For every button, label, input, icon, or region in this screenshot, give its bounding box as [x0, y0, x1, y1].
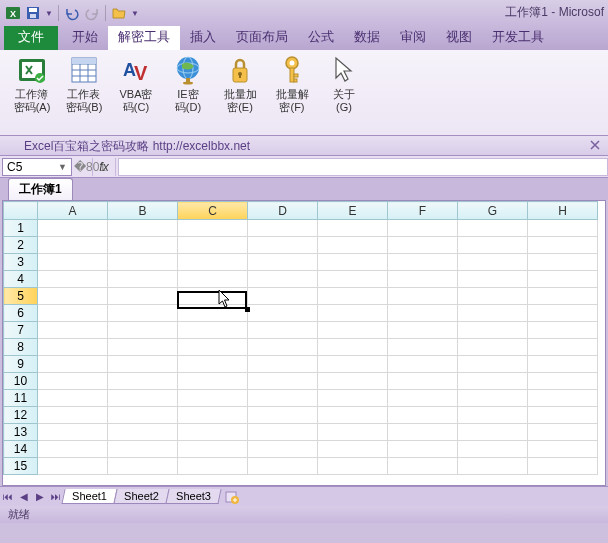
sheet-nav-first-icon[interactable]: ⏮ [0, 489, 16, 505]
ie-password-button[interactable]: IE密码(D) [166, 54, 210, 114]
cell[interactable] [108, 458, 178, 475]
cell[interactable] [108, 407, 178, 424]
cell[interactable] [528, 339, 598, 356]
cell[interactable] [458, 373, 528, 390]
cell[interactable] [318, 424, 388, 441]
tab-insert[interactable]: 插入 [180, 24, 226, 50]
cell[interactable] [178, 305, 248, 322]
row-header[interactable]: 13 [4, 424, 38, 441]
cell[interactable] [248, 390, 318, 407]
cell[interactable] [108, 339, 178, 356]
excel-icon[interactable]: X [4, 4, 22, 22]
column-header[interactable]: A [38, 202, 108, 220]
cell[interactable] [528, 288, 598, 305]
cell[interactable] [248, 424, 318, 441]
cell[interactable] [38, 458, 108, 475]
cell[interactable] [38, 271, 108, 288]
row-header[interactable]: 7 [4, 322, 38, 339]
cell[interactable] [388, 441, 458, 458]
cell[interactable] [178, 271, 248, 288]
row-header[interactable]: 14 [4, 441, 38, 458]
cell[interactable] [388, 373, 458, 390]
cell[interactable] [528, 373, 598, 390]
cell[interactable] [318, 441, 388, 458]
cell[interactable] [318, 356, 388, 373]
name-box-dropdown-icon[interactable]: ▼ [58, 162, 67, 172]
save-icon[interactable] [24, 4, 42, 22]
formula-input[interactable] [118, 158, 608, 176]
cell[interactable] [388, 254, 458, 271]
row-header[interactable]: 10 [4, 373, 38, 390]
cell[interactable] [38, 373, 108, 390]
cell[interactable] [458, 441, 528, 458]
cell[interactable] [458, 305, 528, 322]
tab-view[interactable]: 视图 [436, 24, 482, 50]
cell[interactable] [108, 305, 178, 322]
spreadsheet-grid[interactable]: ABCDEFGH123456789101112131415 [2, 200, 606, 486]
cell[interactable] [178, 288, 248, 305]
row-header[interactable]: 8 [4, 339, 38, 356]
cell[interactable] [458, 271, 528, 288]
cell[interactable] [388, 458, 458, 475]
column-header[interactable]: B [108, 202, 178, 220]
cell[interactable] [248, 288, 318, 305]
cell[interactable] [248, 220, 318, 237]
cell[interactable] [528, 356, 598, 373]
qat-dropdown-icon[interactable]: ▼ [44, 4, 54, 22]
row-header[interactable]: 15 [4, 458, 38, 475]
cell[interactable] [248, 458, 318, 475]
cell[interactable] [38, 237, 108, 254]
cell[interactable] [528, 237, 598, 254]
cell[interactable] [178, 390, 248, 407]
cell[interactable] [38, 424, 108, 441]
tab-data[interactable]: 数据 [344, 24, 390, 50]
row-header[interactable]: 11 [4, 390, 38, 407]
cell[interactable] [248, 322, 318, 339]
cell[interactable] [458, 407, 528, 424]
cell[interactable] [178, 407, 248, 424]
cell[interactable] [318, 390, 388, 407]
cell[interactable] [108, 424, 178, 441]
cell[interactable] [318, 271, 388, 288]
qat-customize-icon[interactable]: ▼ [130, 4, 140, 22]
cell[interactable] [248, 356, 318, 373]
cell[interactable] [458, 237, 528, 254]
cell[interactable] [38, 220, 108, 237]
cell[interactable] [108, 288, 178, 305]
cell[interactable] [248, 237, 318, 254]
cell[interactable] [248, 305, 318, 322]
cell[interactable] [388, 339, 458, 356]
redo-icon[interactable] [83, 4, 101, 22]
column-header[interactable]: C [178, 202, 248, 220]
fx-button[interactable]: fx [92, 158, 116, 176]
cell[interactable] [108, 373, 178, 390]
row-header[interactable]: 2 [4, 237, 38, 254]
cell[interactable] [458, 288, 528, 305]
undo-icon[interactable] [63, 4, 81, 22]
cell[interactable] [178, 339, 248, 356]
cell[interactable] [108, 322, 178, 339]
cell[interactable] [528, 220, 598, 237]
cell[interactable] [458, 339, 528, 356]
cell[interactable] [178, 441, 248, 458]
sheet-nav-next-icon[interactable]: ▶ [32, 489, 48, 505]
batch-decrypt-button[interactable]: 批量解密(F) [270, 54, 314, 114]
new-sheet-icon[interactable] [224, 489, 240, 505]
cell[interactable] [318, 254, 388, 271]
cell[interactable] [108, 390, 178, 407]
cell[interactable] [248, 339, 318, 356]
row-header[interactable]: 6 [4, 305, 38, 322]
cell[interactable] [178, 424, 248, 441]
cell[interactable] [388, 288, 458, 305]
row-header[interactable]: 5 [4, 288, 38, 305]
tab-page-layout[interactable]: 页面布局 [226, 24, 298, 50]
file-tab[interactable]: 文件 [4, 24, 58, 50]
cell[interactable] [318, 322, 388, 339]
cell[interactable] [38, 322, 108, 339]
cell[interactable] [178, 322, 248, 339]
cell[interactable] [318, 288, 388, 305]
column-header[interactable]: D [248, 202, 318, 220]
cell[interactable] [528, 305, 598, 322]
cell[interactable] [248, 441, 318, 458]
cell[interactable] [388, 322, 458, 339]
